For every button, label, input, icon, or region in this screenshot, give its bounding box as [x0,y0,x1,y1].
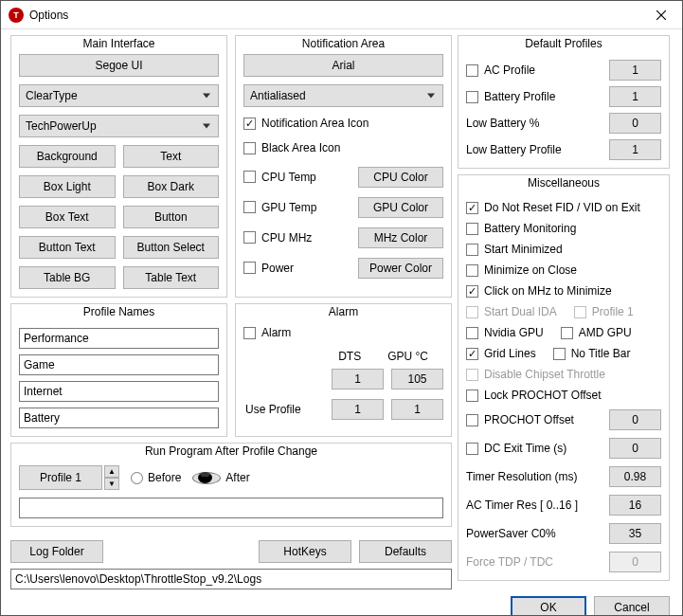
amd-checkbox[interactable]: AMD GPU [561,326,632,339]
buttonselect-button[interactable]: Button Select [123,236,220,259]
ac-profile-value[interactable]: 1 [609,60,661,81]
checkbox-icon [466,443,478,455]
checkbox-icon [466,348,478,360]
checkbox-icon [243,201,256,213]
lock-prochot-checkbox[interactable]: Lock PROCHOT Offset [466,389,602,402]
disable-chipset-checkbox: Disable Chipset Throttle [466,368,605,381]
bat-monitor-checkbox[interactable]: Battery Monitoring [466,222,576,235]
notification-title: Notification Area [243,35,443,54]
cpu-color-button[interactable]: CPU Color [358,167,443,188]
checkbox-icon [466,264,478,277]
profile-spinner[interactable]: Profile 1 ▲ ▼ [19,465,119,490]
battery-profile-value[interactable]: 1 [609,86,661,107]
psaver-value[interactable]: 35 [609,523,661,544]
gpu-temp-checkbox[interactable]: GPU Temp [243,201,316,214]
checkbox-icon [466,91,478,103]
gpu-value[interactable]: 105 [391,369,443,390]
default-profiles-title: Default Profiles [466,35,661,54]
profile4-input[interactable] [19,408,219,428]
checkbox-icon [243,262,256,274]
log-folder-button[interactable]: Log Folder [10,540,103,563]
before-radio[interactable]: Before [131,471,181,484]
dts-value[interactable]: 1 [332,369,384,390]
text-button[interactable]: Text [123,145,220,168]
start-min-checkbox[interactable]: Start Minimized [466,243,563,256]
notif-render-select[interactable]: Antialiased [243,84,443,107]
grid-checkbox[interactable]: Grid Lines [466,347,536,360]
cancel-button[interactable]: Cancel [594,596,670,616]
profile1-input[interactable] [19,328,219,349]
notitle-checkbox[interactable]: No Title Bar [553,347,631,360]
boxlight-button[interactable]: Box Light [19,175,116,198]
log-path-input[interactable] [10,569,452,589]
profile3-input[interactable] [19,381,219,402]
checkbox-icon [466,327,478,339]
profile-spinner-button[interactable]: Profile 1 [19,465,102,490]
use-profile-2[interactable]: 1 [391,399,443,420]
ok-button[interactable]: OK [511,596,586,616]
misc-group: Miscellaneous Do Not Reset FID / VID on … [458,174,670,581]
hotkeys-button[interactable]: HotKeys [259,540,351,563]
actimer-label: AC Timer Res [ 0..16 ] [466,498,578,512]
low-battery-pct-value[interactable]: 0 [609,113,661,134]
notif-icon-checkbox[interactable]: Notification Area Icon [243,117,368,130]
button-button[interactable]: Button [123,206,220,228]
defaults-button[interactable]: Defaults [359,540,452,563]
window-title: Options [29,9,640,22]
close-button[interactable] [640,1,682,29]
checkbox-icon [466,223,478,235]
timer-value[interactable]: 0.98 [609,466,661,487]
profile-names-group: Profile Names [10,303,227,437]
render-select[interactable]: ClearType [19,84,219,107]
power-color-button[interactable]: Power Color [358,258,443,279]
close-icon [656,10,666,20]
notif-font-button[interactable]: Arial [243,54,443,77]
alarm-group: Alarm Alarm DTS GPU °C 1 105 Use Profile… [235,303,452,437]
use-profile-1[interactable]: 1 [332,399,384,420]
battery-profile-checkbox[interactable]: Battery Profile [466,90,555,103]
checkbox-icon [243,142,256,154]
black-area-checkbox[interactable]: Black Area Icon [243,141,340,154]
main-font-button[interactable]: Segoe UI [19,54,219,77]
gpu-color-button[interactable]: GPU Color [358,197,443,218]
theme-select[interactable]: TechPowerUp [19,115,219,137]
cpu-mhz-checkbox[interactable]: CPU MHz [243,231,312,245]
actimer-value[interactable]: 16 [609,495,661,516]
no-reset-checkbox[interactable]: Do Not Reset FID / VID on Exit [466,201,640,214]
checkbox-icon [574,306,586,318]
default-profiles-group: Default Profiles AC Profile 1 Battery Pr… [458,35,670,169]
checkbox-icon [466,202,478,214]
nvidia-checkbox[interactable]: Nvidia GPU [466,326,544,339]
buttontext-button[interactable]: Button Text [19,236,116,259]
click-mhz-checkbox[interactable]: Click on MHz to Minimize [466,284,612,298]
low-battery-pct-label: Low Battery % [466,117,539,130]
ac-profile-checkbox[interactable]: AC Profile [466,63,535,77]
tablebg-button[interactable]: Table BG [19,266,116,289]
low-battery-profile-value[interactable]: 1 [609,139,661,160]
timer-label: Timer Resolution (ms) [466,470,578,483]
main-interface-group: Main Interface Segoe UI ClearType TechPo… [10,35,227,298]
dcexit-checkbox[interactable]: DC Exit Time (s) [466,442,566,455]
mhz-color-button[interactable]: MHz Color [358,227,443,248]
power-checkbox[interactable]: Power [243,262,294,275]
after-radio[interactable]: After [192,471,249,484]
background-button[interactable]: Background [19,145,116,168]
boxtext-button[interactable]: Box Text [19,206,116,228]
profile2-input[interactable] [19,354,219,375]
boxdark-button[interactable]: Box Dark [123,175,220,198]
cpu-temp-checkbox[interactable]: CPU Temp [243,171,316,184]
prochot-value[interactable]: 0 [609,409,661,430]
prochot-checkbox[interactable]: PROCHOT Offset [466,413,574,426]
dcexit-value[interactable]: 0 [609,438,661,459]
checkbox-icon [243,231,256,244]
min-close-checkbox[interactable]: Minimize on Close [466,263,577,277]
checkbox-icon [466,285,478,298]
misc-title: Miscellaneous [466,174,661,193]
tabletext-button[interactable]: Table Text [123,266,220,289]
alarm-title: Alarm [243,303,443,322]
alarm-checkbox[interactable]: Alarm [243,326,291,339]
checkbox-icon [243,118,256,130]
run-program-path-input[interactable] [19,498,443,518]
spinner-up-icon[interactable]: ▲ [104,465,119,478]
spinner-down-icon[interactable]: ▼ [104,478,119,490]
